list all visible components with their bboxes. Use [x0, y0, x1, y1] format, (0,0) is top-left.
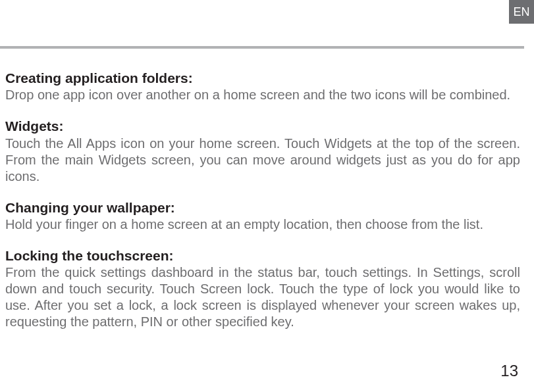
section-divider [0, 46, 524, 49]
section-body: Touch the All Apps icon on your home scr… [5, 135, 520, 185]
section-body: Drop one app icon over another on a home… [5, 87, 520, 103]
section-heading: Locking the touchscreen: [5, 247, 520, 264]
section-body: Hold your finger on a home screen at an … [5, 216, 520, 233]
language-tab: EN [509, 0, 534, 24]
section-wallpaper: Changing your wallpaper: Hold your finge… [5, 199, 520, 233]
section-locking: Locking the touchscreen: From the quick … [5, 247, 520, 330]
section-creating-folders: Creating application folders: Drop one a… [5, 70, 520, 103]
section-body: From the quick settings dashboard in the… [5, 264, 520, 330]
language-label: EN [513, 5, 529, 19]
page-number: 13 [500, 362, 518, 380]
section-heading: Creating application folders: [5, 70, 520, 87]
section-heading: Widgets: [5, 118, 520, 135]
section-widgets: Widgets: Touch the All Apps icon on your… [5, 118, 520, 184]
page-content: Creating application folders: Drop one a… [5, 70, 520, 345]
section-heading: Changing your wallpaper: [5, 199, 520, 216]
